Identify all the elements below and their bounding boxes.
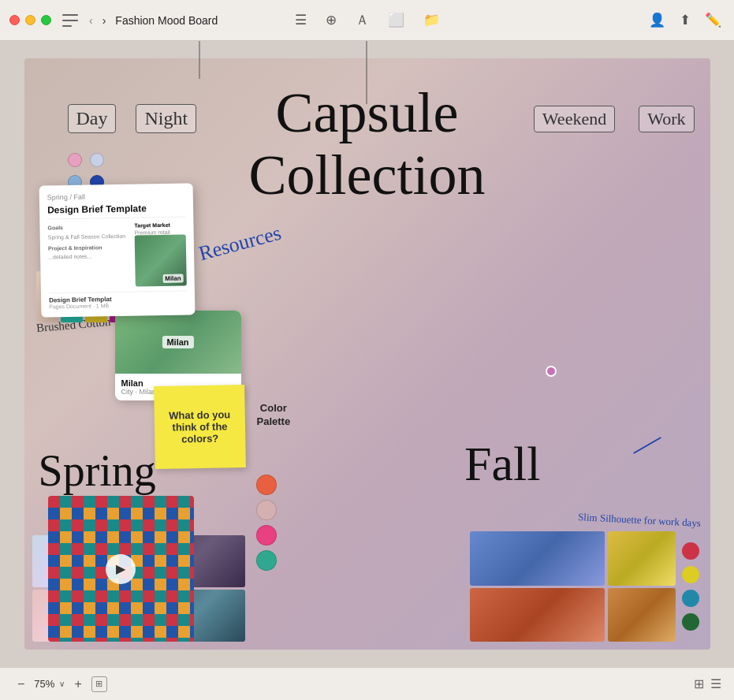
- window-title: Fashion Mood Board: [115, 14, 218, 27]
- right-circle-1: [682, 542, 699, 560]
- day-night-tags: Day Night: [68, 104, 197, 133]
- palette-dot-1: [256, 475, 277, 495]
- zoom-controls: − 75% ∨ + ⊞: [13, 676, 107, 693]
- slim-silhouette-label: Slim Silhouette for work days: [577, 510, 701, 531]
- toolbar-center: ☰ ⊕ Ａ ⬜ 📁: [292, 8, 443, 32]
- mosaic-video[interactable]: ▶: [48, 496, 194, 642]
- doc-card-footer: Design Brief Templat Pages Document · 1 …: [48, 290, 186, 309]
- bottom-right-photos: [470, 531, 702, 642]
- photo-fall-1[interactable]: [470, 531, 605, 586]
- photo-fall-2[interactable]: [470, 588, 605, 642]
- zoom-plus-button[interactable]: +: [69, 676, 86, 693]
- palette-dot-2: [256, 500, 277, 520]
- statusbar: − 75% ∨ + ⊞ ⊞ ☰: [0, 667, 734, 700]
- nav-arrows: ‹ ›: [86, 13, 109, 28]
- close-button[interactable]: [9, 15, 20, 25]
- notes-icon[interactable]: ☰: [292, 9, 310, 32]
- view-icon[interactable]: ☰: [710, 676, 721, 691]
- add-icon[interactable]: ⊕: [322, 9, 340, 32]
- arrange-icon[interactable]: ⊞: [694, 676, 704, 691]
- color-palette-dots: [256, 475, 277, 571]
- palette-dot-3: [256, 525, 277, 545]
- big-title: Capsule Collection: [249, 82, 486, 207]
- doc-card-header: Spring / Fall: [47, 191, 184, 201]
- annotation-line-2: [367, 41, 367, 104]
- night-tag: Night: [136, 104, 196, 133]
- minimize-button[interactable]: [25, 15, 35, 25]
- right-circle-4: [682, 613, 699, 631]
- resources-label: Resources: [196, 222, 283, 266]
- zoom-dropdown[interactable]: ∨: [59, 680, 65, 688]
- zoom-fit-button[interactable]: ⊞: [91, 676, 107, 692]
- weekend-work-tags: Weekend Work: [534, 106, 695, 132]
- sketch-swatches: [68, 153, 104, 167]
- design-brief-card[interactable]: Spring / Fall Design Brief Template Goal…: [39, 183, 195, 317]
- titlebar: ‹ › Fashion Mood Board ☰ ⊕ Ａ ⬜ 📁 👤 ⬆ ✏️: [0, 0, 734, 41]
- milan-map: Milan: [115, 311, 241, 374]
- forward-arrow[interactable]: ›: [99, 13, 110, 28]
- doc-card-text: Goals Spring & Fall Season Collection Pr…: [47, 223, 130, 289]
- pin-dot: [546, 366, 557, 377]
- play-button[interactable]: ▶: [106, 554, 136, 584]
- share-icon[interactable]: ⬆: [676, 9, 694, 32]
- mood-board: Capsule Collection Day Night Brushed Cot…: [24, 58, 710, 650]
- sticky-note[interactable]: What do you think of the colors?: [154, 385, 246, 469]
- fall-label: Fall: [464, 436, 540, 492]
- right-circle-2: [682, 566, 699, 583]
- zoom-minus-button[interactable]: −: [13, 676, 29, 693]
- canvas-area: Capsule Collection Day Night Brushed Cot…: [0, 41, 734, 667]
- folder-icon[interactable]: 📁: [420, 9, 443, 32]
- photo-fall-4[interactable]: [608, 588, 676, 642]
- bottom-right-left-grid: [470, 531, 605, 642]
- day-tag: Day: [68, 104, 117, 133]
- traffic-lights: [9, 15, 51, 25]
- text-icon[interactable]: Ａ: [352, 8, 372, 32]
- zoom-value: 75%: [34, 678, 54, 690]
- fullscreen-button[interactable]: [41, 15, 51, 25]
- doc-card-map-img: Milan: [134, 234, 186, 286]
- toolbar-right: 👤 ⬆ ✏️: [646, 9, 725, 32]
- doc-card-title: Design Brief Template: [47, 202, 184, 219]
- annotation-line-1: [199, 41, 200, 79]
- spring-label: Spring: [39, 445, 156, 496]
- bottom-right-mid-grid: [608, 531, 676, 642]
- work-tag: Work: [639, 106, 694, 132]
- back-arrow[interactable]: ‹: [86, 13, 96, 28]
- milan-map-label: Milan: [162, 336, 193, 348]
- collaborate-icon[interactable]: 👤: [646, 9, 669, 32]
- media-icon[interactable]: ⬜: [385, 9, 408, 32]
- arrow-line: [633, 437, 661, 454]
- color-palette-label: ColorPalette: [257, 402, 291, 429]
- right-color-circles: [679, 531, 702, 642]
- right-circle-3: [682, 590, 699, 607]
- palette-dot-4: [256, 550, 277, 571]
- sidebar-toggle[interactable]: [62, 14, 78, 27]
- photo-fall-3[interactable]: [608, 531, 676, 586]
- weekend-tag: Weekend: [534, 106, 615, 132]
- status-right: ⊞ ☰: [694, 676, 721, 691]
- edit-icon[interactable]: ✏️: [702, 9, 725, 32]
